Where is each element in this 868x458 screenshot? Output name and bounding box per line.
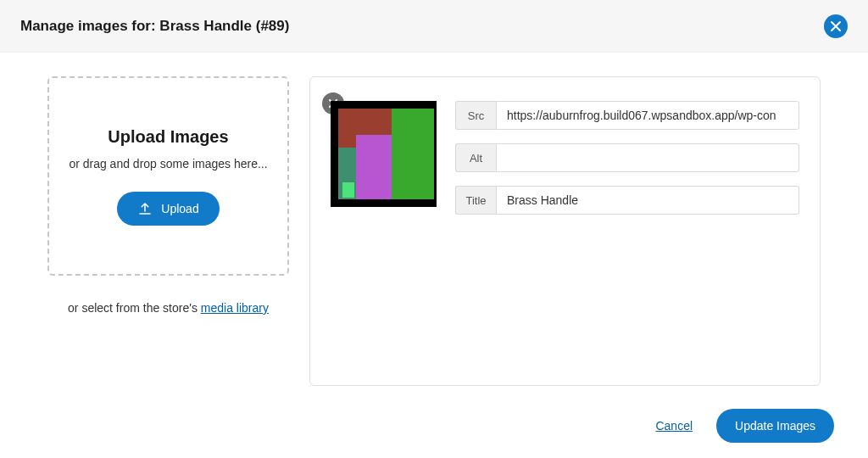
src-label: Src <box>455 101 496 130</box>
src-field-row: Src <box>455 101 799 130</box>
image-thumbnail[interactable] <box>331 101 437 207</box>
title-input[interactable] <box>496 186 799 215</box>
image-row: Src Alt Title <box>331 101 799 215</box>
modal-title: Manage images for: Brass Handle (#89) <box>20 18 289 35</box>
image-fields: Src Alt Title <box>455 101 799 215</box>
alt-field-row: Alt <box>455 143 799 172</box>
cancel-link[interactable]: Cancel <box>655 419 693 433</box>
title-label: Title <box>455 186 496 215</box>
alt-input[interactable] <box>496 143 799 172</box>
image-thumbnail-wrap <box>331 101 437 207</box>
modal-footer: Cancel Update Images <box>655 409 834 443</box>
media-library-prefix: or select from the store's <box>68 301 201 315</box>
src-input[interactable] <box>496 101 799 130</box>
close-button[interactable] <box>824 14 848 38</box>
title-field-row: Title <box>455 186 799 215</box>
image-details-panel: Src Alt Title <box>309 76 821 386</box>
upload-heading: Upload Images <box>108 127 228 147</box>
upload-button[interactable]: Upload <box>117 192 219 226</box>
upload-icon <box>137 201 153 216</box>
alt-label: Alt <box>455 143 496 172</box>
upload-column: Upload Images or drag and drop some imag… <box>47 76 289 386</box>
modal-content: Upload Images or drag and drop some imag… <box>0 53 868 386</box>
upload-subtext: or drag and drop some images here... <box>69 155 267 173</box>
media-library-row: or select from the store's media library <box>47 301 289 315</box>
modal-header: Manage images for: Brass Handle (#89) <box>0 0 868 53</box>
upload-dropzone[interactable]: Upload Images or drag and drop some imag… <box>47 76 289 276</box>
close-icon <box>830 20 842 32</box>
media-library-link[interactable]: media library <box>201 301 269 315</box>
upload-button-label: Upload <box>161 202 198 215</box>
update-images-button[interactable]: Update Images <box>716 409 834 443</box>
